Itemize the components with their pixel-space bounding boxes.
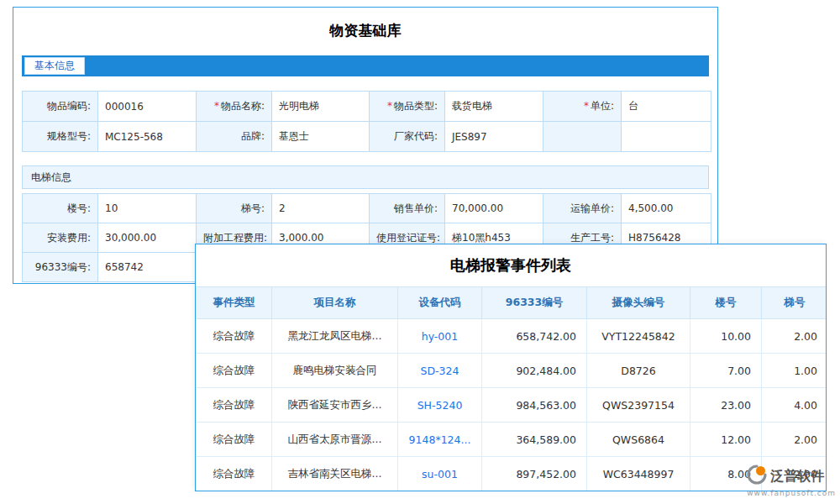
column-header-project-name: 项目名称 <box>272 287 398 319</box>
cell-camera-no: WC63448997 <box>587 457 690 491</box>
alarm-event-list-window: 电梯报警事件列表 事件类型 项目名称 设备代码 96333编号 摄像头编号 楼号… <box>195 244 827 491</box>
required-mark: * <box>387 100 392 112</box>
field-value: MC125-568 <box>98 122 197 152</box>
field-label <box>543 122 622 152</box>
page-title: 物资基础库 <box>13 8 717 55</box>
cell-project-name: 陕西省延安市西乡... <box>272 388 398 423</box>
cell-device-code-link[interactable]: 9148*124... <box>398 423 482 457</box>
column-header-event-type: 事件类型 <box>197 287 272 319</box>
field-label: 96333编号: <box>23 253 98 282</box>
cell-building-no: 10.00 <box>690 319 762 354</box>
fanpu-watermark: 泛普软件 www.fanpusoft.com <box>747 465 836 497</box>
column-header-device-code: 设备代码 <box>398 287 482 319</box>
cell-device-code-link[interactable]: SH-5240 <box>398 388 482 423</box>
fanpu-logo-icon <box>747 465 767 488</box>
cell-device-code-link[interactable]: hy-001 <box>398 319 482 354</box>
field-value: 基恩士 <box>272 122 370 152</box>
cell-device-code-link[interactable]: su-001 <box>398 457 482 491</box>
field-label: 物品编码: <box>23 92 98 122</box>
column-header-camera-no: 摄像头编号 <box>587 287 690 319</box>
field-label: 厂家代码: <box>370 122 445 152</box>
required-mark: * <box>214 100 219 112</box>
field-label: *物品类型: <box>370 92 445 122</box>
cell-elevator-no: 2.00 <box>762 423 827 457</box>
alarm-event-table: 事件类型 项目名称 设备代码 96333编号 摄像头编号 楼号 梯号 综合故障 … <box>196 286 827 491</box>
basic-info-table: 物品编码: 000016 *物品名称: 光明电梯 *物品类型: 载货电梯 *单位… <box>22 91 711 152</box>
field-value: 台 <box>622 92 711 122</box>
alarm-list-title: 电梯报警事件列表 <box>196 244 826 286</box>
field-value: 光明电梯 <box>272 92 370 122</box>
cell-project-name: 黑龙江龙凤区电梯... <box>272 319 398 354</box>
alarm-row[interactable]: 综合故障 吉林省南关区电梯... su-001 897,452.00 WC634… <box>197 457 827 491</box>
cell-camera-no: VYT12245842 <box>587 319 690 354</box>
cell-elevator-no: 1.00 <box>762 354 827 388</box>
field-label: 销售单价: <box>370 194 445 223</box>
column-header-96333-no: 96333编号 <box>482 287 587 319</box>
form-row: 物品编码: 000016 *物品名称: 光明电梯 *物品类型: 载货电梯 *单位… <box>23 92 711 122</box>
watermark-brand: 泛普软件 <box>770 468 824 486</box>
cell-building-no: 12.00 <box>690 423 762 457</box>
material-base-window: 物资基础库 基本信息 物品编码: 000016 *物品名称: 光明电梯 *物品类… <box>13 7 718 284</box>
cell-elevator-no: 4.00 <box>762 388 827 423</box>
alarm-row[interactable]: 综合故障 黑龙江龙凤区电梯... hy-001 658,742.00 VYT12… <box>197 319 827 354</box>
field-value: 载货电梯 <box>445 92 543 122</box>
field-value: 30,000.00 <box>98 223 197 253</box>
field-label: *单位: <box>543 92 622 122</box>
field-label: 安装费用: <box>23 223 98 253</box>
field-value: 658742 <box>98 253 197 282</box>
cell-building-no: 7.00 <box>690 354 762 388</box>
column-header-elevator-no: 梯号 <box>762 287 827 319</box>
tab-basic-info[interactable]: 基本信息 <box>24 57 85 75</box>
alarm-row[interactable]: 综合故障 山西省太原市晋源... 9148*124... 364,589.00 … <box>197 423 827 457</box>
cell-project-name: 鹿鸣电梯安装合同 <box>272 354 398 388</box>
field-value: JES897 <box>445 122 543 152</box>
field-value: 2 <box>272 194 370 223</box>
cell-96333-no: 984,563.00 <box>482 388 587 423</box>
cell-event-type: 综合故障 <box>197 354 272 388</box>
cell-event-type: 综合故障 <box>197 423 272 457</box>
watermark-site: www.fanpusoft.com <box>747 489 836 497</box>
field-value: 10 <box>98 194 197 223</box>
cell-event-type: 综合故障 <box>197 457 272 491</box>
field-value: 000016 <box>98 92 197 122</box>
tab-bar: 基本信息 <box>22 55 709 76</box>
field-label: 品牌: <box>197 122 272 152</box>
cell-camera-no: QWS6864 <box>587 423 690 457</box>
field-label: *物品名称: <box>197 92 272 122</box>
field-label: 梯号: <box>197 194 272 223</box>
cell-96333-no: 902,484.00 <box>482 354 587 388</box>
cell-elevator-no: 2.00 <box>762 319 827 354</box>
required-mark: * <box>584 100 589 112</box>
cell-device-code-link[interactable]: SD-324 <box>398 354 482 388</box>
cell-camera-no: D8726 <box>587 354 690 388</box>
field-value: 4,500.00 <box>622 194 711 223</box>
cell-96333-no: 897,452.00 <box>482 457 587 491</box>
field-value: 70,000.00 <box>445 194 543 223</box>
cell-project-name: 山西省太原市晋源... <box>272 423 398 457</box>
cell-camera-no: QWS2397154 <box>587 388 690 423</box>
field-label: 楼号: <box>23 194 98 223</box>
form-row: 规格型号: MC125-568 品牌: 基恩士 厂家代码: JES897 <box>23 122 711 152</box>
field-label: 规格型号: <box>23 122 98 152</box>
cell-96333-no: 364,589.00 <box>482 423 587 457</box>
section-header-elevator-info: 电梯信息 <box>22 165 709 189</box>
alarm-row[interactable]: 综合故障 鹿鸣电梯安装合同 SD-324 902,484.00 D8726 7.… <box>197 354 827 388</box>
cell-event-type: 综合故障 <box>197 388 272 423</box>
cell-event-type: 综合故障 <box>197 319 272 354</box>
cell-96333-no: 658,742.00 <box>482 319 587 354</box>
field-label: 运输单价: <box>543 194 622 223</box>
field-value <box>622 122 711 152</box>
watermark-top: 泛普软件 <box>747 465 836 488</box>
alarm-row[interactable]: 综合故障 陕西省延安市西乡... SH-5240 984,563.00 QWS2… <box>197 388 827 423</box>
form-row: 楼号: 10 梯号: 2 销售单价: 70,000.00 运输单价: 4,500… <box>23 194 711 223</box>
column-header-building-no: 楼号 <box>690 287 762 319</box>
cell-building-no: 23.00 <box>690 388 762 423</box>
cell-project-name: 吉林省南关区电梯... <box>272 457 398 491</box>
alarm-header-row: 事件类型 项目名称 设备代码 96333编号 摄像头编号 楼号 梯号 <box>197 287 827 319</box>
